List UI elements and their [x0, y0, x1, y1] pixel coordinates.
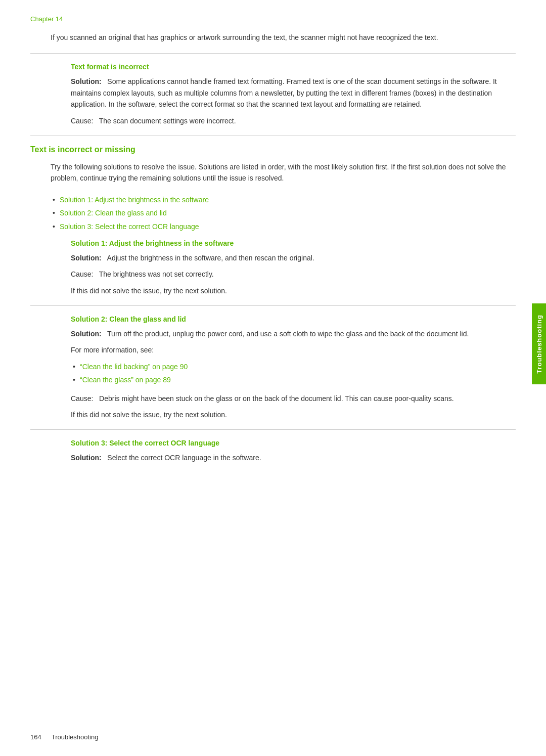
section1-cause: Cause: The scan document settings were i… [71, 115, 516, 126]
solution1-link[interactable]: Solution 1: Adjust the brightness in the… [60, 196, 209, 204]
solution2-heading: Solution 2: Clean the glass and lid [71, 315, 516, 323]
section1-heading: Text format is incorrect [71, 63, 516, 71]
chapter-number: Chapter 14 [30, 15, 63, 23]
main-content: If you scanned an original that has grap… [51, 32, 516, 464]
list-item-clean-lid[interactable]: “Clean the lid backing” on page 90 [71, 361, 516, 372]
solution1-heading: Solution 1: Adjust the brightness in the… [71, 239, 516, 247]
footer-section-label: Troubleshooting [52, 733, 99, 741]
list-item-clean-glass[interactable]: “Clean the glass” on page 89 [71, 374, 516, 385]
solution3-link[interactable]: Solution 3: Select the correct OCR langu… [60, 223, 199, 231]
section1-solution-label: Solution: [71, 77, 102, 85]
list-item-solution3-link[interactable]: Solution 3: Select the correct OCR langu… [51, 221, 516, 232]
solution3-heading: Solution 3: Select the correct OCR langu… [71, 439, 516, 447]
divider-2 [30, 136, 516, 136]
solution1-block: Solution 1: Adjust the brightness in the… [71, 239, 516, 296]
section2-intro: Try the following solutions to resolve t… [51, 161, 516, 184]
solution2-block: Solution 2: Clean the glass and lid Solu… [71, 315, 516, 420]
footer-page-number: 164 [30, 733, 41, 741]
solution1-solution-label: Solution: [71, 254, 102, 262]
solution3-solution: Solution: Select the correct OCR languag… [71, 452, 516, 463]
solution1-solution-text: Adjust the brightness in the software, a… [107, 254, 314, 262]
page-footer: 164 Troubleshooting [30, 733, 516, 741]
solution1-solution: Solution: Adjust the brightness in the s… [71, 252, 516, 263]
intro-paragraph: If you scanned an original that has grap… [51, 32, 516, 43]
solution3-solution-label: Solution: [71, 454, 102, 462]
solution1-cause: Cause: The brightness was not set correc… [71, 269, 516, 280]
page-container: Chapter 14 If you scanned an original th… [0, 0, 546, 756]
solution2-for-more: For more information, see: [71, 344, 516, 355]
section-text-format: Text format is incorrect Solution: Some … [71, 63, 516, 126]
solution2-cause: Cause: Debris might have been stuck on t… [71, 393, 516, 404]
solution2-solution-text: Turn off the product, unplug the power c… [107, 330, 469, 338]
section1-cause-label: Cause: [71, 117, 93, 125]
solution2-solution-label: Solution: [71, 330, 102, 338]
solution2-link-list: “Clean the lid backing” on page 90 “Clea… [71, 361, 516, 386]
section1-solution: Solution: Some applications cannot handl… [71, 76, 516, 110]
section-text-incorrect: Text is incorrect or missing Try the fol… [51, 145, 516, 296]
section2-link-list: Solution 1: Adjust the brightness in the… [51, 194, 516, 232]
solution1-if-not-solved: If this did not solve the issue, try the… [71, 285, 516, 296]
list-item-solution1-link[interactable]: Solution 1: Adjust the brightness in the… [51, 194, 516, 205]
section2-heading: Text is incorrect or missing [30, 145, 516, 154]
clean-lid-link[interactable]: “Clean the lid backing” on page 90 [80, 363, 188, 371]
solution3-solution-text: Select the correct OCR language in the s… [107, 454, 261, 462]
chapter-label: Chapter 14 [30, 15, 546, 23]
solution2-link[interactable]: Solution 2: Clean the glass and lid [60, 209, 167, 217]
solution1-cause-label: Cause: [71, 270, 93, 278]
solution2-if-not-solved: If this did not solve the issue, try the… [71, 409, 516, 420]
section1-cause-text: The scan document settings were incorrec… [99, 117, 236, 125]
divider-3 [30, 305, 516, 306]
section1-solution-text: Some applications cannot handle framed t… [71, 77, 497, 108]
side-tab-label: Troubleshooting [535, 315, 543, 374]
divider-1 [30, 53, 516, 54]
solution2-cause-text: Debris might have been stuck on the glas… [99, 394, 454, 403]
solution2-solution: Solution: Turn off the product, unplug t… [71, 328, 516, 339]
divider-4 [30, 429, 516, 430]
solution2-cause-label: Cause: [71, 394, 93, 403]
clean-glass-link[interactable]: “Clean the glass” on page 89 [80, 376, 171, 384]
solution3-block: Solution 3: Select the correct OCR langu… [71, 439, 516, 463]
side-tab: Troubleshooting [532, 303, 546, 384]
list-item-solution2-link[interactable]: Solution 2: Clean the glass and lid [51, 207, 516, 218]
solution1-cause-text: The brightness was not set correctly. [99, 270, 214, 278]
